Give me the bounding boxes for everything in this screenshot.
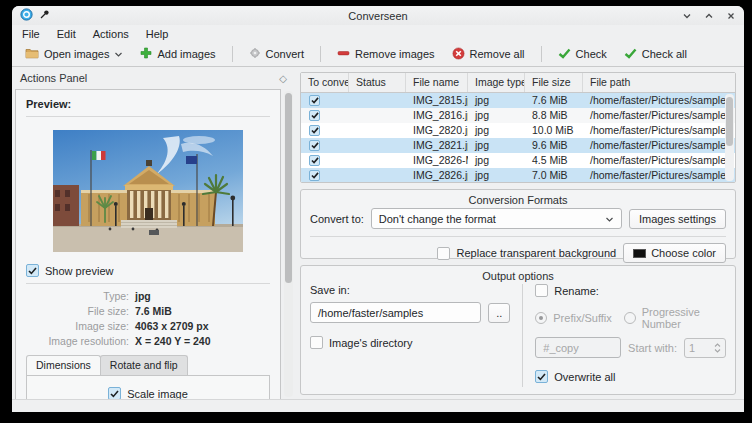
menu-help[interactable]: Help <box>146 28 169 40</box>
pin-icon[interactable] <box>39 9 50 22</box>
divider <box>26 283 270 284</box>
scale-image-row: Scale image <box>108 387 188 399</box>
table-scrollbar[interactable] <box>725 94 734 181</box>
rename-pattern-placeholder: #_copy <box>543 342 578 354</box>
divider <box>310 236 726 237</box>
start-with-spinbox[interactable]: 1 <box>684 338 726 358</box>
overwrite-all-label: Overwrite all <box>554 371 615 383</box>
check-label: Check <box>576 48 607 60</box>
header-file-size[interactable]: File size <box>525 73 583 92</box>
save-path-input[interactable]: /home/faster/samples <box>310 302 481 323</box>
remove-images-button[interactable]: Remove images <box>332 45 439 63</box>
gear-icon <box>249 47 261 61</box>
titlebar[interactable]: Converseen <box>12 6 744 25</box>
save-in-label: Save in: <box>310 284 510 296</box>
table-header: To convert Status File name Image type F… <box>301 73 735 93</box>
table-row[interactable]: IMG_2820.jpgjpg10.0 MiB/home/faster/Pict… <box>301 123 735 138</box>
header-to-convert[interactable]: To convert <box>301 73 349 92</box>
prefix-suffix-label: Prefix/Suffix <box>553 312 612 324</box>
browse-button[interactable]: .. <box>488 303 510 323</box>
format-select-value: Don't change the format <box>379 213 496 225</box>
conversion-formats-group: Conversion Formats Convert to: Don't cha… <box>300 189 736 259</box>
table-body: IMG_2815.jpgjpg7.6 MiB/home/faster/Pictu… <box>301 93 735 183</box>
conversion-formats-title: Conversion Formats <box>301 194 735 206</box>
close-button[interactable] <box>726 11 736 21</box>
progressive-number-radio[interactable] <box>624 312 636 324</box>
panel-scrollbar[interactable] <box>284 91 293 397</box>
rename-checkbox[interactable] <box>535 284 548 297</box>
folder-icon <box>25 47 39 61</box>
rename-label: Rename: <box>554 285 599 297</box>
table-scrollbar-thumb[interactable] <box>726 97 733 146</box>
row-convert-checkbox[interactable] <box>309 95 320 106</box>
table-row[interactable]: IMG_2815.jpgjpg7.6 MiB/home/faster/Pictu… <box>301 93 735 108</box>
row-convert-checkbox[interactable] <box>309 170 320 181</box>
tab-dimensions[interactable]: Dimensions <box>26 355 101 375</box>
menu-file[interactable]: File <box>22 28 40 40</box>
panel-scrollbar-thumb[interactable] <box>285 93 292 283</box>
convert-to-label: Convert to: <box>310 213 364 225</box>
cell-to-convert <box>301 93 349 108</box>
row-convert-checkbox[interactable] <box>309 140 320 151</box>
overwrite-all-checkbox[interactable] <box>535 370 548 383</box>
output-options-group: Output options Save in: /home/faster/sam… <box>300 265 736 395</box>
cell-file-name: IMG_2826.jpg <box>406 168 468 183</box>
converseen-window: Converseen File Edit Actions Help <box>12 6 744 412</box>
show-preview-checkbox[interactable] <box>26 264 39 277</box>
add-images-button[interactable]: Add images <box>135 45 220 63</box>
minimize-button[interactable] <box>682 11 692 21</box>
toolbar-separator <box>541 46 542 62</box>
divider <box>522 284 523 387</box>
prefix-suffix-radio[interactable] <box>535 312 547 324</box>
divider <box>26 116 270 117</box>
show-preview-label: Show preview <box>45 265 113 277</box>
table-row[interactable]: IMG_2816.jpgjpg8.8 MiB/home/faster/Pictu… <box>301 108 735 123</box>
header-file-path[interactable]: File path <box>583 73 735 92</box>
open-images-button[interactable]: Open images <box>20 45 128 63</box>
actions-panel-content: Preview: <box>15 89 281 399</box>
check-all-button[interactable]: Check all <box>619 46 692 63</box>
cell-to-convert <box>301 108 349 123</box>
dock-float-icon[interactable]: ◇ <box>279 73 287 84</box>
images-directory-checkbox[interactable] <box>310 336 323 349</box>
format-select[interactable]: Don't change the format <box>371 208 622 229</box>
table-row[interactable]: IMG_2826.jpgjpg7.0 MiB/home/faster/Pictu… <box>301 168 735 183</box>
convert-button[interactable]: Convert <box>244 45 310 63</box>
actions-panel-title: Actions Panel <box>20 72 87 84</box>
cell-file-size: 10.0 MiB <box>525 123 583 138</box>
check-button[interactable]: Check <box>553 46 612 63</box>
scale-image-checkbox[interactable] <box>108 387 121 399</box>
cell-status <box>349 168 406 183</box>
info-filesize-value: 7.6 MiB <box>135 305 270 317</box>
table-row[interactable]: IMG_2821.jpgjpg9.6 MiB/home/faster/Pictu… <box>301 138 735 153</box>
table-row[interactable]: IMG_2826-Mo...jpg4.5 MiB/home/faster/Pic… <box>301 153 735 168</box>
header-status[interactable]: Status <box>349 73 406 92</box>
row-convert-checkbox[interactable] <box>309 110 320 121</box>
cell-file-path: /home/faster/Pictures/samples <box>583 168 735 183</box>
row-convert-checkbox[interactable] <box>309 155 320 166</box>
images-directory-label: Image's directory <box>329 337 412 349</box>
cell-file-size: 9.6 MiB <box>525 138 583 153</box>
cell-file-name: IMG_2826-Mo... <box>406 153 468 168</box>
header-file-name[interactable]: File name <box>406 73 468 92</box>
output-options-title: Output options <box>301 270 735 282</box>
start-with-value: 1 <box>689 342 695 354</box>
status-bar <box>12 399 744 412</box>
rename-row: Rename: <box>535 284 726 297</box>
menu-bar: File Edit Actions Help <box>12 25 744 42</box>
cell-image-type: jpg <box>468 108 525 123</box>
tab-rotate-and-flip[interactable]: Rotate and flip <box>100 355 188 375</box>
remove-all-button[interactable]: Remove all <box>447 45 530 64</box>
check-icon <box>558 48 571 61</box>
cell-file-name: IMG_2821.jpg <box>406 138 468 153</box>
choose-color-button[interactable]: Choose color <box>623 243 726 263</box>
menu-edit[interactable]: Edit <box>57 28 76 40</box>
header-image-type[interactable]: Image type <box>468 73 525 92</box>
maximize-button[interactable] <box>704 11 714 21</box>
images-settings-button[interactable]: Images settings <box>629 209 726 229</box>
menu-actions[interactable]: Actions <box>93 28 129 40</box>
row-convert-checkbox[interactable] <box>309 125 320 136</box>
spinbox-arrows[interactable] <box>714 343 721 353</box>
replace-transparent-checkbox[interactable] <box>437 247 450 260</box>
rename-pattern-input[interactable]: #_copy <box>535 337 621 358</box>
